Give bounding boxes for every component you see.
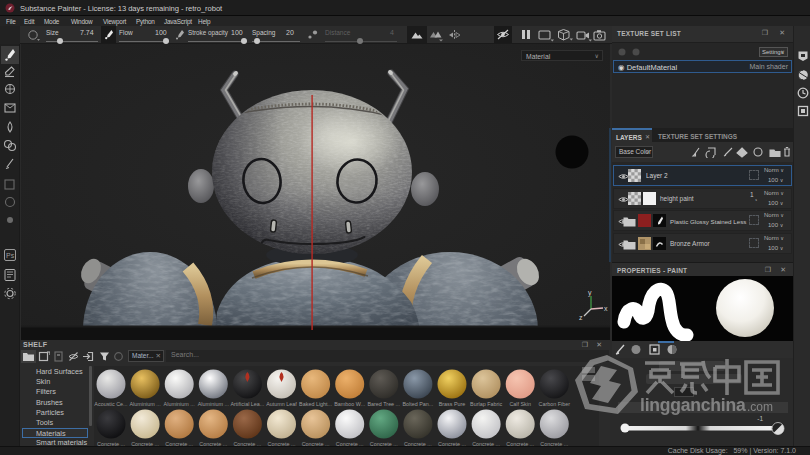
svg-text:Artificial Lea...: Artificial Lea... [230,401,264,407]
svg-text:z: z [579,314,583,321]
svg-text:Carbon Fiber: Carbon Fiber [539,401,571,407]
svg-text:Burlap Fabric: Burlap Fabric [470,401,502,407]
svg-text:Brass Pure: Brass Pure [439,401,466,407]
svg-text:Bared Tree ...: Bared Tree ... [367,401,400,407]
svg-text:Acoustic Ce...: Acoustic Ce... [94,401,127,407]
svg-text:Aluminium ...: Aluminium ... [130,401,161,407]
svg-text:Bolted Pan...: Bolted Pan... [402,401,433,407]
svg-text:Aluminium ...: Aluminium ... [198,401,229,407]
svg-text:y: y [588,289,592,297]
svg-text:Aluminium ...: Aluminium ... [164,401,195,407]
svg-text:x: x [604,305,608,312]
svg-text:Baked Light...: Baked Light... [299,401,332,407]
svg-text:Calf Skin: Calf Skin [509,401,531,407]
svg-text:Ps: Ps [6,252,15,259]
svg-text:Bamboo W...: Bamboo W... [334,401,365,407]
svg-text:Autumn Leaf: Autumn Leaf [266,401,297,407]
